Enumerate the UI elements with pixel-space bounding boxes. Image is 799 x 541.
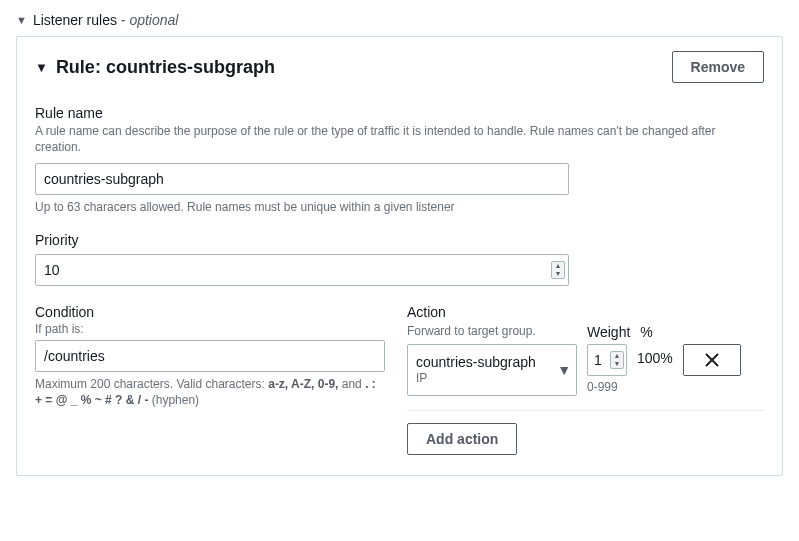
- rule-name-hint: Up to 63 characers allowed. Rule names m…: [35, 199, 764, 215]
- percent-value: 100%: [637, 344, 673, 366]
- rule-title-toggle[interactable]: ▼ Rule: countries-subgraph: [35, 57, 275, 78]
- remove-action-button[interactable]: [683, 344, 741, 376]
- add-action-button[interactable]: Add action: [407, 423, 517, 455]
- target-group-select[interactable]: countries-subgraph IP ▼: [407, 344, 577, 396]
- priority-field: Priority ▲ ▼: [35, 232, 764, 286]
- section-title: Listener rules - optional: [33, 12, 179, 28]
- divider: [407, 410, 764, 411]
- chevron-down-icon: ▼: [35, 60, 48, 75]
- weight-hint: 0-999: [587, 380, 627, 394]
- rule-name-description: A rule name can describe the purpose of …: [35, 123, 764, 155]
- close-icon: [705, 353, 719, 367]
- rule-title-prefix: Rule:: [56, 57, 106, 77]
- target-group-value: countries-subgraph: [416, 354, 536, 371]
- stepper-up-icon[interactable]: ▲: [552, 262, 564, 270]
- percent-label: %: [640, 324, 680, 340]
- listener-rules-section-toggle[interactable]: ▼ Listener rules - optional: [16, 12, 783, 28]
- priority-stepper[interactable]: ▲ ▼: [551, 261, 565, 279]
- condition-column: Condition If path is: Maximum 200 charac…: [35, 304, 385, 408]
- stepper-down-icon[interactable]: ▼: [552, 270, 564, 278]
- priority-input[interactable]: [35, 254, 569, 286]
- priority-label: Priority: [35, 232, 764, 248]
- rule-name-input[interactable]: [35, 163, 569, 195]
- condition-path-input[interactable]: [35, 340, 385, 372]
- weight-stepper[interactable]: ▲ ▼: [610, 351, 624, 369]
- stepper-down-icon[interactable]: ▼: [611, 360, 623, 368]
- rule-panel-header: ▼ Rule: countries-subgraph Remove: [17, 37, 782, 89]
- rule-panel: ▼ Rule: countries-subgraph Remove Rule n…: [16, 36, 783, 476]
- condition-label: Condition: [35, 304, 385, 320]
- condition-sublabel: If path is:: [35, 322, 385, 336]
- remove-button[interactable]: Remove: [672, 51, 764, 83]
- rule-title: Rule: countries-subgraph: [56, 57, 275, 78]
- chevron-down-icon: ▼: [16, 14, 27, 26]
- target-group-select-box[interactable]: countries-subgraph IP: [407, 344, 577, 396]
- weight-label: Weight: [587, 324, 630, 340]
- section-title-text: Listener rules: [33, 12, 117, 28]
- action-column: Action Forward to target group. Weight %: [407, 304, 764, 455]
- action-label: Action: [407, 304, 764, 320]
- section-optional-suffix: - optional: [117, 12, 178, 28]
- rule-name-field: Rule name A rule name can describe the p…: [35, 105, 764, 216]
- action-sublabel: Forward to target group.: [407, 324, 577, 338]
- stepper-up-icon[interactable]: ▲: [611, 352, 623, 360]
- target-group-type: IP: [416, 371, 427, 385]
- condition-hint: Maximum 200 characters. Valid characters…: [35, 376, 385, 408]
- rule-name-label: Rule name: [35, 105, 764, 121]
- rule-panel-body: Rule name A rule name can describe the p…: [17, 89, 782, 475]
- rule-title-name: countries-subgraph: [106, 57, 275, 77]
